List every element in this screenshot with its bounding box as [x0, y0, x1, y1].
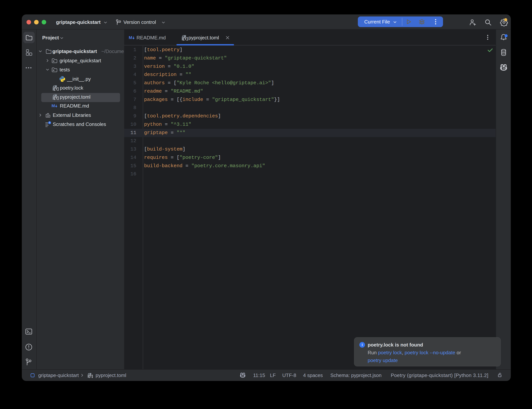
svg-text:M: M: [52, 103, 55, 108]
svg-text:M: M: [129, 35, 132, 40]
